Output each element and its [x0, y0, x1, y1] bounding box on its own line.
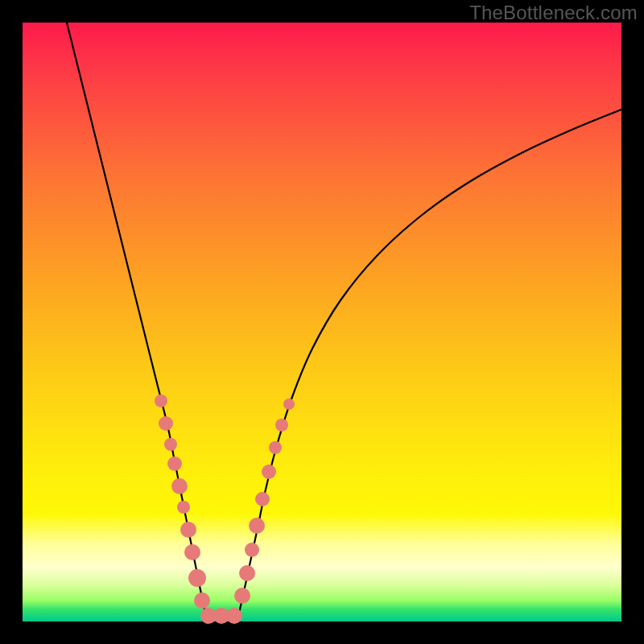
data-marker — [245, 543, 259, 557]
bottleneck-curve-right — [238, 109, 621, 617]
data-marker — [283, 398, 295, 410]
data-marker — [171, 478, 188, 494]
data-marker — [180, 522, 196, 538]
data-marker — [249, 518, 265, 534]
data-marker — [188, 569, 206, 587]
data-marker — [255, 492, 270, 506]
data-marker — [275, 419, 288, 431]
data-marker — [194, 592, 210, 609]
data-marker — [155, 394, 167, 407]
data-marker — [234, 588, 250, 604]
watermark-text: TheBottleneck.com — [469, 2, 638, 24]
data-marker — [159, 416, 173, 431]
chart-frame: TheBottleneck.com — [0, 0, 644, 644]
data-marker — [167, 456, 182, 471]
data-marker — [262, 464, 276, 479]
data-marker — [177, 501, 190, 514]
data-marker — [184, 544, 200, 560]
marker-group — [155, 394, 295, 624]
data-marker — [164, 438, 177, 451]
chart-svg — [23, 23, 621, 621]
data-marker — [239, 565, 255, 581]
plot-area — [23, 23, 621, 621]
data-marker — [269, 441, 282, 454]
data-marker — [226, 608, 242, 624]
